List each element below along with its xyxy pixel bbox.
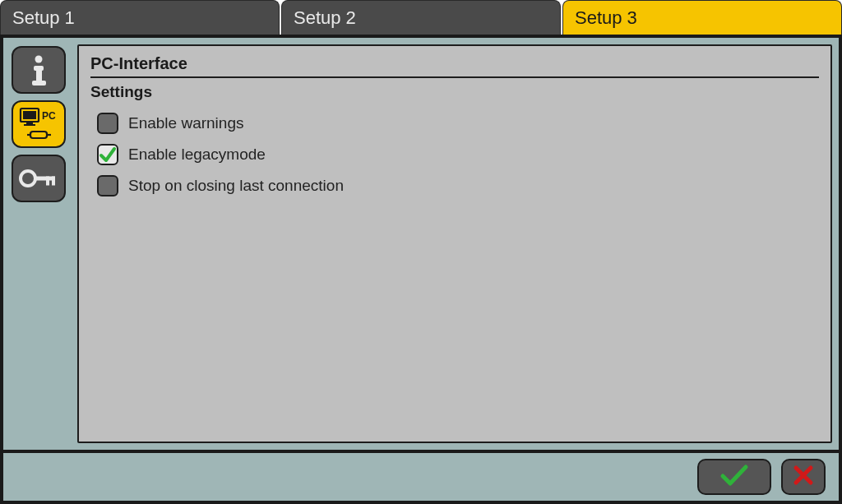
settings-panel: PC-Interface Settings Enable warnings En… [77,44,832,443]
svg-rect-5 [23,111,36,119]
checkbox-enable-warnings[interactable] [97,113,118,134]
tab-label: Setup 3 [575,7,637,29]
option-label: Stop on closing last connection [128,177,344,195]
option-label: Enable warnings [128,114,243,132]
svg-rect-14 [46,177,49,186]
option-enable-legacymode: Enable legacymode [90,139,819,170]
info-icon [25,53,53,86]
cancel-button[interactable] [781,459,826,495]
svg-rect-3 [32,81,46,86]
tab-label: Setup 2 [294,7,356,29]
tab-bar: Setup 1 Setup 2 Setup 3 [0,0,842,35]
option-label: Enable legacymode [128,146,266,164]
sidebar-item-key[interactable] [12,155,66,202]
svg-rect-7 [24,124,35,126]
sidebar-item-info[interactable] [12,46,66,94]
svg-text:PC: PC [42,110,56,122]
checkbox-stop-on-close[interactable] [97,175,118,197]
tab-setup-1[interactable]: Setup 1 [0,0,280,35]
panel-title: PC-Interface [90,54,819,78]
main-frame: PC [0,35,842,504]
content-row: PC [3,38,839,450]
tab-label: Setup 1 [12,7,75,29]
app-root: Setup 1 Setup 2 Setup 3 [0,0,842,504]
panel-subtitle: Settings [90,83,819,101]
tab-setup-2[interactable]: Setup 2 [281,0,561,35]
tab-setup-3[interactable]: Setup 3 [562,0,842,35]
check-icon [718,463,751,491]
sidebar: PC [3,38,77,450]
key-icon [18,164,59,193]
checkbox-enable-legacymode[interactable] [97,144,118,165]
option-stop-on-close: Stop on closing last connection [90,170,819,201]
svg-rect-15 [52,177,55,186]
footer-bar [3,450,839,501]
confirm-button[interactable] [697,459,771,495]
svg-point-12 [21,171,35,186]
sidebar-item-pc-interface[interactable]: PC [12,100,66,148]
svg-rect-6 [26,122,33,124]
close-icon [792,464,815,490]
svg-rect-2 [36,66,42,82]
option-enable-warnings: Enable warnings [90,108,819,139]
svg-rect-9 [30,132,47,138]
pc-icon: PC [16,105,62,143]
svg-point-0 [35,56,43,63]
